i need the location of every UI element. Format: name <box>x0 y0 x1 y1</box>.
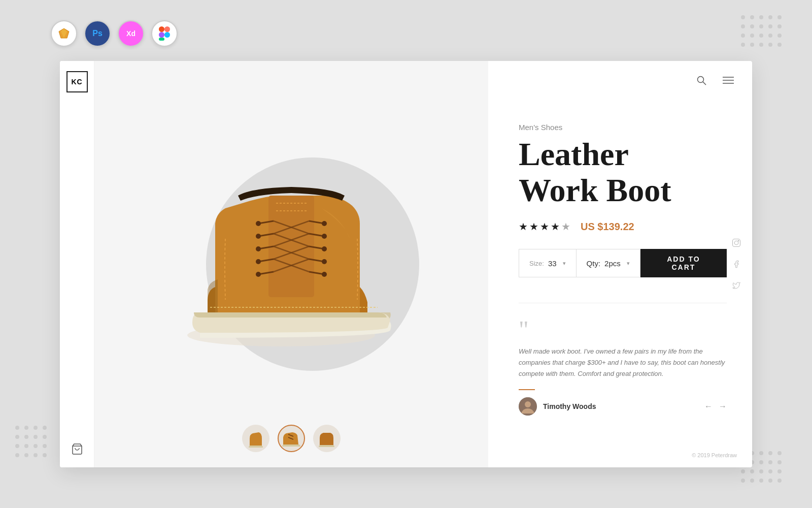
svg-point-36 <box>256 259 261 264</box>
product-info-panel: Men's Shoes Leather Work Boot ★ ★ ★ ★ ★ … <box>488 61 752 467</box>
hamburger-icon <box>723 76 734 84</box>
avatar-image <box>519 397 537 416</box>
rating-price-row: ★ ★ ★ ★ ★ US $139.22 <box>519 220 727 233</box>
svg-point-51 <box>738 240 739 241</box>
next-review-button[interactable]: → <box>719 402 727 411</box>
thumbnail-3[interactable] <box>313 425 341 452</box>
social-icons <box>731 237 742 291</box>
star-1: ★ <box>519 220 528 233</box>
dots-decoration-bottom-left <box>15 426 47 457</box>
tool-icons-bar: Ps Xd <box>51 20 178 47</box>
svg-point-32 <box>256 234 261 239</box>
thumbnail-1[interactable] <box>242 425 269 452</box>
reviewer-info: Timothy Woods <box>519 397 596 416</box>
svg-point-31 <box>322 221 327 226</box>
quantity-selector[interactable]: Qty: 2pcs ▾ <box>577 249 640 277</box>
svg-point-38 <box>256 272 261 277</box>
reviewer-row: Timothy Woods ← → <box>519 397 727 416</box>
svg-point-34 <box>256 246 261 251</box>
svg-point-6 <box>164 32 170 38</box>
sidebar: KC <box>60 61 94 467</box>
svg-point-30 <box>256 221 261 226</box>
product-image <box>159 152 423 366</box>
reviewer-divider <box>519 389 535 390</box>
sketch-icon[interactable] <box>51 20 77 47</box>
quote-icon: " <box>519 318 727 342</box>
footer-copyright: © 2019 Peterdraw <box>692 452 737 458</box>
star-rating: ★ ★ ★ ★ ★ <box>519 220 570 233</box>
twitter-icon[interactable] <box>731 280 742 291</box>
svg-rect-5 <box>159 38 164 41</box>
svg-rect-3 <box>164 26 170 32</box>
reviewer-name: Timothy Woods <box>543 402 596 410</box>
header-navigation <box>678 61 752 101</box>
product-category: Men's Shoes <box>519 123 727 132</box>
boot-svg <box>170 163 413 356</box>
reviewer-avatar <box>519 397 537 416</box>
add-to-cart-row: Size: 33 ▾ Qty: 2pcs ▾ ADD TO CART <box>519 249 727 277</box>
svg-point-35 <box>322 246 327 251</box>
product-image-area <box>94 61 488 467</box>
svg-point-37 <box>322 259 327 264</box>
size-label: Size: <box>529 260 544 267</box>
thumbnail-2[interactable] <box>278 425 305 452</box>
svg-rect-2 <box>159 26 164 32</box>
adobe-xd-icon[interactable]: Xd <box>118 20 144 47</box>
qty-chevron-icon: ▾ <box>627 260 630 267</box>
size-chevron-icon: ▾ <box>563 260 566 267</box>
star-5: ★ <box>561 220 570 233</box>
review-navigation[interactable]: ← → <box>704 402 727 411</box>
prev-review-button[interactable]: ← <box>704 402 713 411</box>
add-to-cart-button[interactable]: ADD TO CART <box>640 249 727 277</box>
photoshop-icon[interactable]: Ps <box>84 20 111 47</box>
svg-point-42 <box>698 77 704 83</box>
svg-line-43 <box>703 82 706 85</box>
qty-label: Qty: <box>587 259 601 268</box>
facebook-icon[interactable] <box>731 259 742 270</box>
search-button[interactable] <box>694 73 708 89</box>
size-value: 33 <box>548 259 557 268</box>
review-text: Well made work boot. I've owned a few pa… <box>519 346 727 379</box>
product-price: US $139.22 <box>581 221 634 233</box>
star-2: ★ <box>529 220 538 233</box>
cart-icon <box>71 443 83 455</box>
svg-point-33 <box>322 234 327 239</box>
svg-point-48 <box>525 401 531 407</box>
svg-rect-4 <box>159 32 164 38</box>
instagram-icon[interactable] <box>731 237 742 248</box>
svg-point-39 <box>322 272 327 277</box>
main-product-card: KC <box>60 61 752 467</box>
size-selector[interactable]: Size: 33 ▾ <box>519 249 577 277</box>
product-title: Leather Work Boot <box>519 137 727 208</box>
logo[interactable]: KC <box>66 71 88 92</box>
qty-value: 2pcs <box>604 259 621 268</box>
dots-decoration-top-right <box>741 15 782 47</box>
search-icon <box>696 75 706 85</box>
menu-button[interactable] <box>721 74 736 88</box>
star-3: ★ <box>540 220 549 233</box>
svg-rect-49 <box>733 239 740 247</box>
cart-button[interactable] <box>71 443 83 457</box>
figma-icon[interactable] <box>151 20 178 47</box>
star-4: ★ <box>551 220 560 233</box>
thumbnail-list <box>242 425 341 452</box>
svg-point-50 <box>734 241 738 245</box>
review-section: " Well made work boot. I've owned a few … <box>519 303 727 415</box>
